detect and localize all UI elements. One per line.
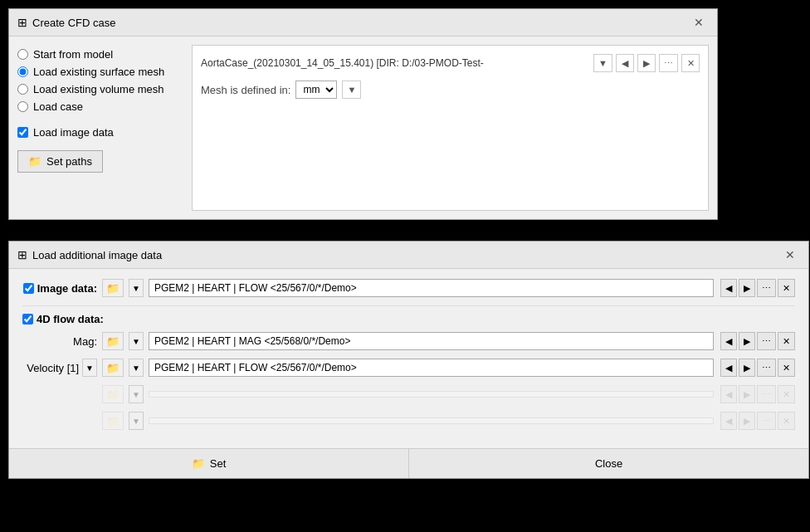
image-data-field: PGEM2 | HEART | FLOW <25/567/0/*/Demo> (149, 279, 714, 297)
empty2-remove-btn: ✕ (778, 412, 795, 430)
velocity-dropdown-btn[interactable]: ▼ (82, 359, 97, 377)
empty2-dropdown-btn: ▼ (129, 412, 144, 430)
empty1-more-btn: ⋯ (757, 385, 776, 403)
sub-dialog: ⊞ Load additional image data ✕ Image dat… (8, 241, 809, 479)
mag-data-field: PGEM2 | HEART | MAG <25/568/0/*/Demo> (149, 332, 714, 350)
velocity-folder-btn[interactable]: 📁 (102, 359, 124, 377)
image-data-row: Image data: 📁 ▼ PGEM2 | HEART | FLOW <25… (22, 279, 795, 297)
mesh-dropdown-btn[interactable]: ▼ (342, 81, 361, 99)
right-panel: AortaCase_(20210301_14_05_15.401) [DIR: … (192, 45, 709, 211)
set-icon: 📁 (192, 457, 205, 470)
case-next-btn[interactable]: ▶ (637, 54, 656, 72)
case-row: AortaCase_(20210301_14_05_15.401) [DIR: … (201, 54, 700, 72)
close-button[interactable]: Close (409, 449, 808, 478)
sub-app-icon: ⊞ (17, 248, 27, 261)
sub-dialog-title: Load additional image data (32, 249, 162, 261)
empty-row-1: 📁 ▼ ◀ ▶ ⋯ ✕ (22, 385, 795, 403)
main-dialog-title: Create CFD case (32, 17, 115, 29)
velocity-remove-btn[interactable]: ✕ (778, 359, 795, 377)
section-divider (22, 305, 795, 306)
image-data-next-btn[interactable]: ▶ (739, 279, 755, 297)
option-load-volume-mesh[interactable]: Load existing volume mesh (17, 83, 183, 95)
folder-icon: 📁 (28, 155, 41, 168)
case-text: AortaCase_(20210301_14_05_15.401) [DIR: … (201, 57, 590, 69)
velocity-more-btn[interactable]: ⋯ (757, 359, 776, 377)
mag-folder-btn[interactable]: 📁 (102, 332, 124, 350)
velocity-data-field: PGEM2 | HEART | FLOW <25/567/0/*/Demo> (149, 359, 714, 377)
image-data-more-btn[interactable]: ⋯ (757, 279, 776, 297)
empty2-prev-btn: ◀ (720, 412, 737, 430)
mag-label: Mag: (22, 335, 97, 348)
main-content: Start from model Load existing surface m… (9, 37, 717, 219)
option-load-surface-mesh[interactable]: Load existing surface mesh (17, 66, 183, 78)
radio-group: Start from model Load existing surface m… (17, 48, 183, 113)
left-panel: Start from model Load existing surface m… (17, 45, 183, 211)
velocity-data-dropdown-btn[interactable]: ▼ (129, 359, 144, 377)
image-data-prev-btn[interactable]: ◀ (720, 279, 737, 297)
empty2-next-btn: ▶ (739, 412, 755, 430)
image-data-remove-btn[interactable]: ✕ (778, 279, 795, 297)
mesh-row: Mesh is defined in: mm ▼ (201, 81, 700, 99)
case-dropdown-btn[interactable]: ▼ (593, 54, 612, 72)
velocity-data-row: Velocity [1] ▼ 📁 ▼ PGEM2 | HEART | FLOW … (22, 359, 795, 377)
option-start-from-model[interactable]: Start from model (17, 48, 183, 61)
sub-dialog-titlebar: ⊞ Load additional image data ✕ (9, 242, 808, 269)
mag-dropdown-btn[interactable]: ▼ (129, 332, 144, 350)
image-data-checkbox[interactable]: Image data: (22, 282, 97, 295)
empty1-prev-btn: ◀ (720, 385, 737, 403)
case-remove-btn[interactable]: ✕ (681, 54, 700, 72)
set-button[interactable]: 📁 Set (9, 449, 409, 478)
mesh-unit-select[interactable]: mm (295, 81, 337, 99)
app-icon: ⊞ (17, 16, 27, 29)
option-load-case[interactable]: Load case (17, 100, 183, 113)
set-paths-button[interactable]: 📁 Set paths (17, 150, 103, 173)
empty-row-2: 📁 ▼ ◀ ▶ ⋯ ✕ (22, 412, 795, 430)
flow-data-checkbox[interactable]: 4D flow data: (22, 313, 104, 325)
image-data-folder-btn[interactable]: 📁 (102, 279, 124, 297)
velocity-label: Velocity [1] (27, 362, 79, 374)
case-more-btn[interactable]: ⋯ (659, 54, 678, 72)
mag-prev-btn[interactable]: ◀ (720, 332, 737, 350)
empty1-remove-btn: ✕ (778, 385, 795, 403)
main-dialog-titlebar: ⊞ Create CFD case ✕ (9, 9, 717, 37)
empty1-next-btn: ▶ (739, 385, 755, 403)
sub-content: Image data: 📁 ▼ PGEM2 | HEART | FLOW <25… (9, 269, 808, 448)
main-dialog: ⊞ Create CFD case ✕ Start from model Loa… (8, 8, 718, 220)
empty1-dropdown-btn: ▼ (129, 385, 144, 403)
mag-next-btn[interactable]: ▶ (739, 332, 755, 350)
empty1-field (149, 391, 714, 398)
sub-dialog-close-btn[interactable]: ✕ (780, 246, 800, 263)
velocity-prev-btn[interactable]: ◀ (720, 359, 737, 377)
empty2-more-btn: ⋯ (757, 412, 776, 430)
mesh-label: Mesh is defined in: (201, 84, 290, 96)
main-dialog-close-btn[interactable]: ✕ (689, 14, 709, 31)
empty2-field (149, 417, 714, 424)
image-data-dropdown-btn[interactable]: ▼ (129, 279, 144, 297)
footer-bar: 📁 Set Close (9, 448, 808, 478)
mag-data-row: Mag: 📁 ▼ PGEM2 | HEART | MAG <25/568/0/*… (22, 332, 795, 350)
load-image-data-checkbox[interactable]: Load image data (17, 126, 183, 139)
empty1-folder-btn: 📁 (102, 385, 124, 403)
case-prev-btn[interactable]: ◀ (616, 54, 634, 72)
velocity-next-btn[interactable]: ▶ (739, 359, 755, 377)
mag-remove-btn[interactable]: ✕ (778, 332, 795, 350)
mag-more-btn[interactable]: ⋯ (757, 332, 776, 350)
flow-data-header-row: 4D flow data: (22, 313, 795, 325)
empty2-folder-btn: 📁 (102, 412, 124, 430)
